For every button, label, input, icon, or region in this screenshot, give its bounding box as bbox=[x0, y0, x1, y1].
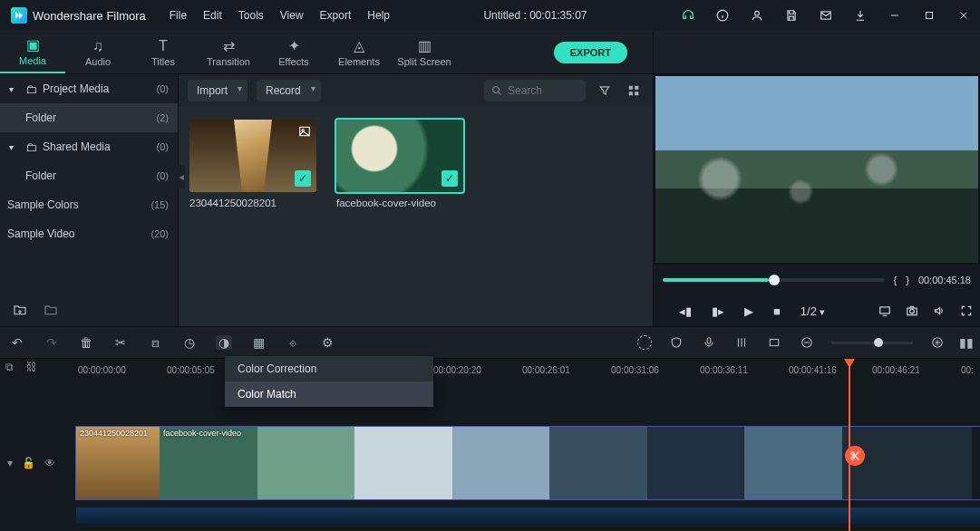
sidebar-item-shared-folder[interactable]: Folder (0) bbox=[0, 161, 178, 190]
sidebar-item-folder[interactable]: Folder (2) bbox=[0, 103, 178, 132]
aspect-ratio-icon[interactable] bbox=[766, 336, 782, 349]
track-toggle-icon[interactable]: ▾ bbox=[7, 457, 13, 469]
volume-icon[interactable] bbox=[933, 304, 946, 317]
display-icon[interactable] bbox=[878, 304, 891, 317]
audio-track[interactable] bbox=[76, 507, 980, 524]
import-dropdown[interactable]: Import bbox=[188, 80, 247, 101]
crop-icon[interactable]: ⧈ bbox=[147, 335, 163, 351]
export-button[interactable]: EXPORT bbox=[554, 42, 627, 63]
save-icon[interactable] bbox=[784, 8, 799, 23]
prev-frame-icon[interactable]: ◂▮ bbox=[679, 304, 692, 318]
tab-media[interactable]: ▣Media bbox=[0, 31, 65, 73]
menu-edit[interactable]: Edit bbox=[203, 9, 222, 22]
sidebar-item-sample-colors[interactable]: Sample Colors (15) bbox=[0, 190, 178, 219]
green-screen-icon[interactable]: ▦ bbox=[250, 335, 267, 350]
playback-speed[interactable]: 1/2 ▾ bbox=[800, 304, 825, 318]
tab-elements[interactable]: ◬Elements bbox=[326, 31, 392, 73]
play-icon[interactable]: ▶ bbox=[744, 304, 753, 318]
info-icon[interactable] bbox=[715, 8, 730, 23]
tab-transition[interactable]: ⇄Transition bbox=[196, 31, 261, 73]
timeline[interactable]: ⧉ ⛓ 00:00:00:00 00:00:05:05 00:00:20:20 … bbox=[0, 359, 980, 531]
zoom-slider[interactable] bbox=[831, 342, 913, 344]
redo-icon[interactable]: ↷ bbox=[44, 335, 60, 350]
snapshot-icon[interactable] bbox=[906, 304, 918, 317]
video-track-header[interactable]: ▾ 🔓 👁 bbox=[0, 457, 76, 469]
marker-shield-icon[interactable] bbox=[668, 336, 684, 349]
color-icon[interactable]: ◑ bbox=[216, 335, 232, 350]
timeline-media-icon[interactable]: ⧉ bbox=[5, 361, 14, 373]
media-item-label: 230441250028201 bbox=[189, 198, 316, 208]
search-input[interactable] bbox=[508, 84, 571, 97]
preview-viewport[interactable] bbox=[655, 76, 978, 263]
preview-scrubber[interactable] bbox=[663, 278, 885, 282]
support-icon[interactable] bbox=[681, 8, 695, 23]
grid-view-icon[interactable] bbox=[624, 81, 644, 101]
delete-icon[interactable]: 🗑 bbox=[78, 335, 94, 350]
menu-tools[interactable]: Tools bbox=[238, 9, 264, 22]
playhead[interactable] bbox=[849, 359, 850, 531]
zoom-out-icon[interactable] bbox=[799, 336, 815, 349]
tab-titles[interactable]: TTitles bbox=[131, 31, 196, 73]
menu-item-color-match[interactable]: Color Match bbox=[225, 381, 433, 407]
sidebar-item-sample-video[interactable]: Sample Video (20) bbox=[0, 219, 178, 248]
project-title: Untitled : 00:01:35:07 bbox=[390, 9, 681, 22]
scissors-icon[interactable] bbox=[845, 446, 865, 466]
elements-icon: ◬ bbox=[354, 37, 364, 54]
mark-in-icon[interactable]: { bbox=[894, 275, 898, 285]
media-thumbnail[interactable]: ✓ bbox=[189, 120, 316, 192]
zoom-fit-icon[interactable]: ▮▮ bbox=[962, 335, 971, 350]
timeline-link-icon[interactable]: ⛓ bbox=[26, 361, 37, 373]
visibility-icon[interactable]: 👁 bbox=[44, 457, 55, 469]
media-item[interactable]: ✓ facebook-cover-video bbox=[336, 120, 463, 314]
next-frame-icon[interactable]: ▮▸ bbox=[712, 304, 724, 318]
adjust-icon[interactable]: ⚙ bbox=[319, 335, 335, 350]
menu-export[interactable]: Export bbox=[320, 9, 352, 22]
undo-icon[interactable]: ↶ bbox=[9, 335, 25, 350]
svg-line-12 bbox=[499, 92, 501, 95]
media-thumbnail[interactable]: ✓ bbox=[336, 120, 463, 192]
search-icon bbox=[491, 85, 502, 96]
search-box[interactable] bbox=[484, 80, 586, 101]
menu-help[interactable]: Help bbox=[367, 9, 390, 22]
tab-audio[interactable]: ♫Audio bbox=[65, 31, 131, 73]
svg-point-3 bbox=[755, 11, 760, 15]
ruler-tick: 00:00:41:16 bbox=[789, 365, 837, 375]
close-icon[interactable] bbox=[956, 8, 971, 23]
new-folder-icon[interactable] bbox=[13, 303, 27, 317]
motion-tracking-icon[interactable]: ⟐ bbox=[285, 335, 301, 350]
zoom-in-icon[interactable] bbox=[929, 336, 946, 349]
speed-icon[interactable]: ◷ bbox=[181, 335, 198, 350]
tab-split-screen[interactable]: ▥Split Screen bbox=[392, 31, 457, 73]
lock-icon[interactable]: 🔓 bbox=[22, 457, 35, 469]
collapse-handle[interactable]: ◂ bbox=[178, 165, 185, 188]
ruler-tick: 00:00:36:11 bbox=[700, 365, 748, 375]
download-icon[interactable] bbox=[853, 8, 868, 23]
mail-icon[interactable] bbox=[819, 8, 833, 23]
timeline-clip[interactable]: 230441250028201 bbox=[76, 427, 160, 499]
minimize-icon[interactable] bbox=[888, 8, 902, 23]
mark-out-icon[interactable]: } bbox=[906, 275, 909, 285]
tab-effects[interactable]: ✦Effects bbox=[261, 31, 326, 73]
folder-icon: 🗀 bbox=[25, 140, 37, 154]
timeline-ruler[interactable]: 00:00:00:00 00:00:05:05 00:00:20:20 00:0… bbox=[56, 359, 980, 381]
sidebar-item-project-media[interactable]: ▾ 🗀 Project Media (0) bbox=[0, 74, 178, 103]
audio-mixer-icon[interactable] bbox=[733, 336, 750, 349]
render-icon[interactable] bbox=[637, 335, 652, 350]
maximize-icon[interactable] bbox=[922, 8, 936, 23]
svg-rect-16 bbox=[635, 92, 638, 95]
voiceover-icon[interactable] bbox=[701, 336, 717, 349]
record-dropdown[interactable]: Record bbox=[257, 80, 321, 101]
stop-icon[interactable]: ■ bbox=[773, 304, 781, 318]
fullscreen-icon[interactable] bbox=[960, 304, 973, 317]
menu-item-color-correction[interactable]: Color Correction bbox=[225, 356, 433, 381]
svg-rect-23 bbox=[707, 338, 711, 343]
cut-icon[interactable]: ✂ bbox=[112, 335, 129, 350]
account-icon[interactable] bbox=[750, 8, 764, 23]
media-item[interactable]: ✓ 230441250028201 bbox=[189, 120, 316, 314]
menu-view[interactable]: View bbox=[280, 9, 304, 22]
filter-icon[interactable] bbox=[595, 81, 615, 101]
menu-file[interactable]: File bbox=[170, 9, 187, 22]
video-track[interactable]: 230441250028201 facebook-cover-video bbox=[76, 427, 980, 499]
delete-folder-icon[interactable] bbox=[44, 303, 58, 317]
sidebar-item-shared-media[interactable]: ▾ 🗀 Shared Media (0) bbox=[0, 132, 178, 161]
